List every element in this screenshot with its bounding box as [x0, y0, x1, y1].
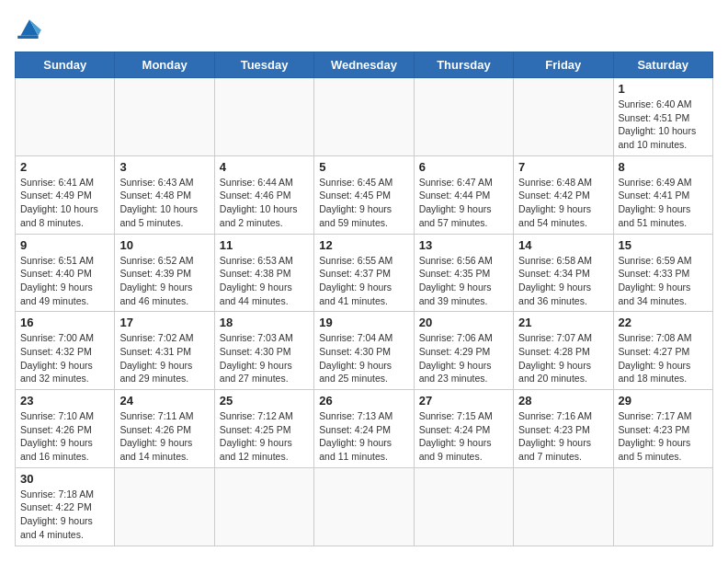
day-number: 19 — [319, 316, 408, 329]
day-info: Sunrise: 6:47 AMSunset: 4:44 PMDaylight:… — [419, 176, 508, 230]
calendar-day-cell: 9Sunrise: 6:51 AMSunset: 4:40 PMDaylight… — [16, 234, 115, 312]
calendar-day-cell: 25Sunrise: 7:12 AMSunset: 4:25 PMDayligh… — [214, 390, 313, 468]
weekday-header-row: SundayMondayTuesdayWednesdayThursdayFrid… — [16, 52, 713, 78]
day-number: 26 — [319, 394, 408, 408]
day-number: 21 — [518, 316, 608, 329]
calendar-day-cell — [514, 467, 613, 546]
svg-rect-2 — [17, 36, 38, 39]
calendar-week-row: 30Sunrise: 7:18 AMSunset: 4:22 PMDayligh… — [16, 467, 713, 546]
day-info: Sunrise: 6:49 AMSunset: 4:41 PMDaylight:… — [619, 176, 708, 230]
calendar-week-row: 16Sunrise: 7:00 AMSunset: 4:32 PMDayligh… — [16, 312, 713, 390]
calendar-day-cell: 6Sunrise: 6:47 AMSunset: 4:44 PMDaylight… — [414, 155, 513, 234]
day-number: 20 — [419, 316, 508, 329]
day-info: Sunrise: 7:10 AMSunset: 4:26 PMDaylight:… — [20, 409, 109, 464]
day-info: Sunrise: 7:17 AMSunset: 4:23 PMDaylight:… — [619, 409, 708, 464]
day-info: Sunrise: 6:41 AMSunset: 4:49 PMDaylight:… — [20, 176, 109, 230]
day-number: 18 — [220, 316, 309, 329]
day-number: 12 — [319, 238, 408, 252]
day-number: 27 — [419, 394, 508, 408]
calendar-day-cell: 26Sunrise: 7:13 AMSunset: 4:24 PMDayligh… — [314, 390, 414, 468]
day-number: 15 — [619, 238, 708, 252]
day-number: 23 — [20, 394, 109, 408]
day-number: 11 — [220, 238, 309, 252]
calendar-day-cell: 3Sunrise: 6:43 AMSunset: 4:48 PMDaylight… — [115, 155, 214, 234]
day-number: 16 — [20, 316, 109, 329]
calendar-week-row: 23Sunrise: 7:10 AMSunset: 4:26 PMDayligh… — [16, 390, 713, 468]
calendar-day-cell — [214, 467, 313, 546]
day-info: Sunrise: 7:15 AMSunset: 4:24 PMDaylight:… — [419, 409, 508, 464]
day-info: Sunrise: 6:48 AMSunset: 4:42 PMDaylight:… — [518, 176, 608, 230]
day-number: 1 — [619, 82, 708, 96]
day-info: Sunrise: 7:02 AMSunset: 4:31 PMDaylight:… — [119, 331, 209, 385]
day-info: Sunrise: 7:06 AMSunset: 4:29 PMDaylight:… — [419, 331, 508, 385]
logo-icon — [15, 15, 44, 40]
calendar-day-cell — [414, 467, 513, 546]
calendar-day-cell — [16, 78, 115, 156]
day-number: 14 — [518, 238, 608, 252]
day-number: 29 — [619, 394, 708, 408]
calendar-day-cell — [514, 78, 613, 156]
day-info: Sunrise: 6:40 AMSunset: 4:51 PMDaylight:… — [619, 98, 708, 152]
calendar-day-cell: 5Sunrise: 6:45 AMSunset: 4:45 PMDaylight… — [314, 155, 414, 234]
day-number: 22 — [619, 316, 708, 329]
calendar-day-cell: 8Sunrise: 6:49 AMSunset: 4:41 PMDaylight… — [613, 155, 712, 234]
day-number: 25 — [220, 394, 309, 408]
calendar-day-cell: 30Sunrise: 7:18 AMSunset: 4:22 PMDayligh… — [16, 467, 115, 546]
day-info: Sunrise: 6:45 AMSunset: 4:45 PMDaylight:… — [319, 176, 408, 230]
weekday-header-friday: Friday — [514, 52, 613, 78]
calendar-day-cell: 1Sunrise: 6:40 AMSunset: 4:51 PMDaylight… — [613, 78, 712, 156]
weekday-header-saturday: Saturday — [613, 52, 712, 78]
day-info: Sunrise: 7:13 AMSunset: 4:24 PMDaylight:… — [319, 409, 408, 464]
weekday-header-wednesday: Wednesday — [314, 52, 414, 78]
calendar-day-cell: 20Sunrise: 7:06 AMSunset: 4:29 PMDayligh… — [414, 312, 513, 390]
calendar-day-cell: 27Sunrise: 7:15 AMSunset: 4:24 PMDayligh… — [414, 390, 513, 468]
day-info: Sunrise: 7:12 AMSunset: 4:25 PMDaylight:… — [220, 409, 309, 464]
calendar-day-cell: 19Sunrise: 7:04 AMSunset: 4:30 PMDayligh… — [314, 312, 414, 390]
day-info: Sunrise: 6:44 AMSunset: 4:46 PMDaylight:… — [220, 176, 309, 230]
day-number: 5 — [319, 160, 408, 174]
calendar-day-cell: 7Sunrise: 6:48 AMSunset: 4:42 PMDaylight… — [514, 155, 613, 234]
day-info: Sunrise: 6:55 AMSunset: 4:37 PMDaylight:… — [319, 254, 408, 308]
day-info: Sunrise: 7:08 AMSunset: 4:27 PMDaylight:… — [619, 331, 708, 385]
calendar-day-cell: 10Sunrise: 6:52 AMSunset: 4:39 PMDayligh… — [115, 234, 214, 312]
calendar-day-cell — [214, 78, 313, 156]
calendar-week-row: 9Sunrise: 6:51 AMSunset: 4:40 PMDaylight… — [16, 234, 713, 312]
day-number: 13 — [419, 238, 508, 252]
weekday-header-monday: Monday — [115, 52, 214, 78]
calendar-day-cell: 12Sunrise: 6:55 AMSunset: 4:37 PMDayligh… — [314, 234, 414, 312]
logo — [15, 15, 48, 40]
day-info: Sunrise: 7:00 AMSunset: 4:32 PMDaylight:… — [20, 331, 109, 385]
calendar-day-cell: 15Sunrise: 6:59 AMSunset: 4:33 PMDayligh… — [613, 234, 712, 312]
calendar-day-cell: 18Sunrise: 7:03 AMSunset: 4:30 PMDayligh… — [214, 312, 313, 390]
calendar-day-cell: 11Sunrise: 6:53 AMSunset: 4:38 PMDayligh… — [214, 234, 313, 312]
day-info: Sunrise: 6:59 AMSunset: 4:33 PMDaylight:… — [619, 254, 708, 308]
day-number: 7 — [518, 160, 608, 174]
day-number: 6 — [419, 160, 508, 174]
calendar-day-cell — [613, 467, 712, 546]
day-info: Sunrise: 6:52 AMSunset: 4:39 PMDaylight:… — [119, 254, 209, 308]
calendar-day-cell — [314, 467, 414, 546]
calendar-day-cell: 22Sunrise: 7:08 AMSunset: 4:27 PMDayligh… — [613, 312, 712, 390]
calendar-day-cell: 21Sunrise: 7:07 AMSunset: 4:28 PMDayligh… — [514, 312, 613, 390]
day-number: 30 — [20, 472, 109, 486]
day-info: Sunrise: 7:16 AMSunset: 4:23 PMDaylight:… — [518, 409, 608, 464]
day-number: 17 — [119, 316, 209, 329]
calendar-day-cell: 29Sunrise: 7:17 AMSunset: 4:23 PMDayligh… — [613, 390, 712, 468]
day-number: 24 — [119, 394, 209, 408]
day-number: 4 — [220, 160, 309, 174]
calendar-day-cell — [314, 78, 414, 156]
calendar-day-cell: 13Sunrise: 6:56 AMSunset: 4:35 PMDayligh… — [414, 234, 513, 312]
calendar-day-cell: 28Sunrise: 7:16 AMSunset: 4:23 PMDayligh… — [514, 390, 613, 468]
calendar-week-row: 2Sunrise: 6:41 AMSunset: 4:49 PMDaylight… — [16, 155, 713, 234]
calendar-day-cell — [115, 467, 214, 546]
calendar-day-cell: 23Sunrise: 7:10 AMSunset: 4:26 PMDayligh… — [16, 390, 115, 468]
day-info: Sunrise: 7:03 AMSunset: 4:30 PMDaylight:… — [220, 331, 309, 385]
calendar-table: SundayMondayTuesdayWednesdayThursdayFrid… — [15, 52, 713, 546]
calendar-week-row: 1Sunrise: 6:40 AMSunset: 4:51 PMDaylight… — [16, 78, 713, 156]
day-info: Sunrise: 6:53 AMSunset: 4:38 PMDaylight:… — [220, 254, 309, 308]
day-info: Sunrise: 7:07 AMSunset: 4:28 PMDaylight:… — [518, 331, 608, 385]
calendar-day-cell: 17Sunrise: 7:02 AMSunset: 4:31 PMDayligh… — [115, 312, 214, 390]
calendar-day-cell — [414, 78, 513, 156]
day-info: Sunrise: 7:18 AMSunset: 4:22 PMDaylight:… — [20, 488, 109, 542]
calendar-day-cell: 2Sunrise: 6:41 AMSunset: 4:49 PMDaylight… — [16, 155, 115, 234]
